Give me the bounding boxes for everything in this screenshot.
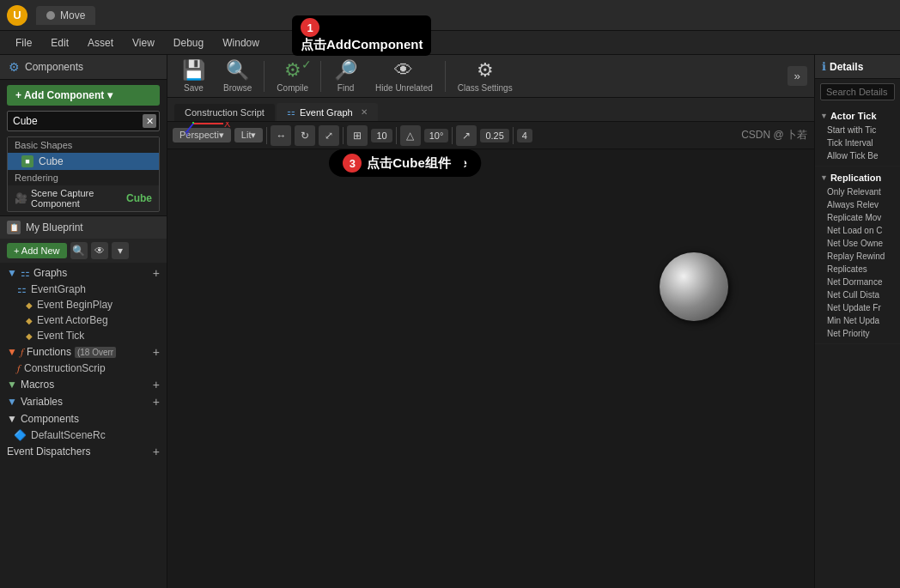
menu-edit[interactable]: Edit [42,35,77,51]
event-tick-item[interactable]: ◆ Event Tick [0,328,167,343]
last-num: 4 [517,129,532,142]
variables-section[interactable]: ▼ Variables + [0,393,167,410]
variables-label: Variables [21,396,63,408]
graphs-label: Graphs [33,267,67,279]
replay-rewind: Replay Rewind [820,250,895,263]
search-icon-btn[interactable]: 🔍 [70,242,88,259]
my-blueprint-label: My Blueprint [26,221,83,233]
add-graphs-button[interactable]: + [153,267,160,279]
browse-button[interactable]: 🔍 Browse [216,56,258,96]
basic-shapes-category: Basic Shapes [8,137,159,153]
construction-script-item[interactable]: 𝑓 ConstructionScrip [0,361,167,376]
hide-unrelated-icon: 👁 [394,59,413,82]
event-graph-label: EventGraph [31,283,86,295]
net-update-fr: Net Update Fr [820,301,895,314]
add-component-button[interactable]: + Add Component ▾ [7,85,160,106]
default-scene-label: DefaultSceneRc [31,429,106,441]
annotation-1-text: 点击AddComponent [301,37,423,52]
actor-tick-title: ▼ Actor Tick [820,108,895,124]
close-tab-icon[interactable]: ✕ [361,107,368,117]
left-panel: ⚙ Components + Add Component ▾ ✕ Basic S… [0,55,167,588]
event-actor-beg-item[interactable]: ◆ Event ActorBeg [0,312,167,328]
cube-item[interactable]: ■ Cube [8,153,159,170]
add-macros-button[interactable]: + [153,379,160,391]
clear-button[interactable]: ✕ [143,114,156,128]
event-begin-play-label: Event BeginPlay [37,299,112,311]
graphs-section[interactable]: ▼ ⚏ Graphs + [0,264,167,282]
right-panel-header: ℹ Details [815,55,900,79]
tab-move[interactable]: Move [36,6,95,25]
min-net-upda: Min Net Upda [820,314,895,327]
axes-svg: X Z Y [185,122,232,136]
vp-sep-2 [343,127,344,144]
scale-value: 0.25 [480,129,508,142]
viewport[interactable]: Perspecti▾ Lit▾ ↔ ↻ ⤢ ⊞ 10 △ 10° ↗ 0.25 [167,122,814,588]
only-relevant: Only Relevant [820,185,895,198]
triangle-icon-btn[interactable]: △ [400,125,421,146]
event-begin-play-item[interactable]: ◆ Event BeginPlay [0,297,167,312]
menu-file[interactable]: File [7,35,40,51]
search-container: ✕ [7,111,160,131]
compile-icon: ⚙ [284,59,301,82]
grid-icon-btn[interactable]: ⊞ [347,125,368,146]
diamond-icon-3: ◆ [26,331,33,341]
components-tree-label: Components [21,413,79,425]
allow-tick-be: Allow Tick Be [820,149,895,162]
add-dispatchers-button[interactable]: + [153,446,160,458]
menu-window[interactable]: Window [214,35,268,51]
construction-script-label: ConstructionScrip [24,362,106,374]
menu-view[interactable]: View [124,35,163,51]
graphs-icon: ⚏ [21,267,30,279]
add-new-button[interactable]: + Add New [7,243,67,258]
add-functions-button[interactable]: + [153,346,160,358]
event-graph-tab[interactable]: ⚏ Event Graph ✕ [277,103,378,121]
macros-section[interactable]: ▼ Macros + [0,376,167,393]
expand-button[interactable]: » [788,66,807,86]
scale-icon-btn[interactable]: ⤢ [319,125,339,146]
toolbar-sep-1 [264,61,265,92]
save-icon: 💾 [182,59,205,82]
add-variables-button[interactable]: + [153,396,160,408]
axes-indicator: X Z Y [185,122,228,132]
details-title: Details [830,61,863,73]
class-settings-icon: ⚙ [477,59,494,82]
save-button[interactable]: 💾 Save [174,56,213,96]
find-label: Find [338,83,354,93]
event-graph-item[interactable]: ⚏ EventGraph [0,282,167,297]
rendering-category: Rendering [8,170,159,185]
search-details-input[interactable] [820,83,895,100]
translate-icon-btn[interactable]: ↔ [271,125,291,146]
y-axis-label: Y [185,130,190,136]
annotation-3: 3 点击Cube组件 [329,149,465,177]
tab-label: Move [60,9,85,21]
functions-section[interactable]: ▼ 𝑓 Functions (18 Overr + [0,343,167,361]
menu-bar: File Edit Asset View Debug Window 1 点击Ad… [0,31,900,55]
components-icon: ⚙ [9,60,20,74]
replication-title: ▼ Replication [820,170,895,185]
find-button[interactable]: 🔎 Find [326,56,365,96]
scene-capture-icon: 🎥 [15,192,27,204]
eye-icon-btn[interactable]: 👁 [91,242,108,259]
hide-unrelated-button[interactable]: 👁 Hide Unrelated [368,56,440,96]
watermark: CSDN @ 卜若 [741,128,807,142]
more-icon-btn[interactable]: ▾ [112,242,129,259]
menu-asset[interactable]: Asset [79,35,122,51]
replicates: Replicates [820,263,895,276]
search-input[interactable] [7,111,160,131]
replication-section: ▼ Replication Only Relevant Always Relev… [815,167,900,344]
default-scene-item[interactable]: 🔷 DefaultSceneRc [0,427,167,443]
compile-button[interactable]: ⚙ ✓ Compile [270,56,315,96]
class-settings-button[interactable]: ⚙ Class Settings [451,56,520,96]
lit-button[interactable]: Lit▾ [234,128,264,142]
scene-capture-item[interactable]: 🎥 Scene Capture Component Cube [8,185,159,211]
construction-script-tab[interactable]: Construction Script [174,104,275,121]
diamond-icon-2: ◆ [26,316,33,325]
menu-debug[interactable]: Debug [165,35,212,51]
browse-label: Browse [223,83,252,93]
sphere-object [660,252,728,321]
event-dispatchers-section[interactable]: Event Dispatchers + [0,443,167,460]
net-priority: Net Priority [820,327,895,340]
components-tree-section[interactable]: ▼ Components [0,410,167,427]
scale-icon-btn-2[interactable]: ↗ [456,125,477,146]
rotate-icon-btn[interactable]: ↻ [295,125,315,146]
